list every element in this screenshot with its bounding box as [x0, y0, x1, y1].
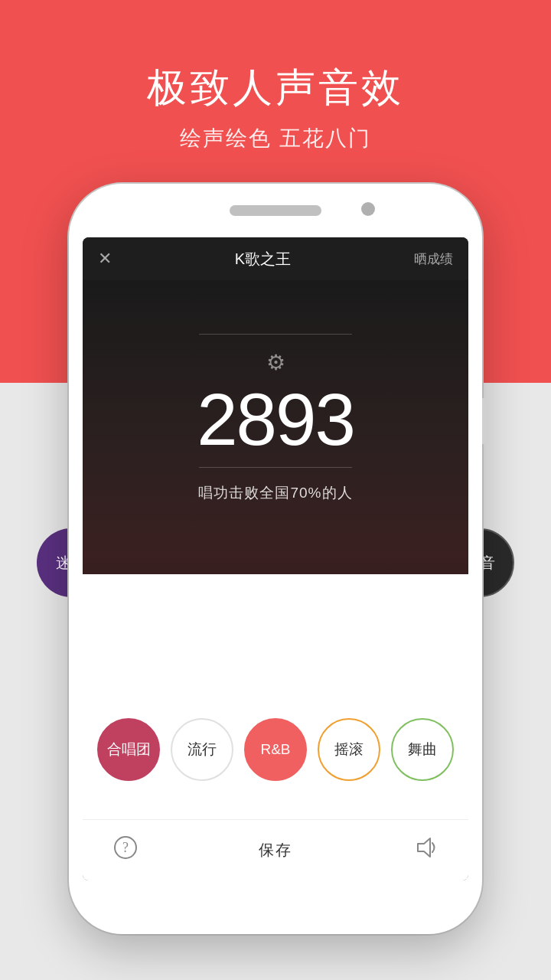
effect-pop-button[interactable]: 流行: [171, 718, 233, 781]
score-number: 2893: [197, 383, 354, 456]
phone-speaker: [230, 205, 321, 216]
phone-side-button: [482, 398, 488, 444]
help-button[interactable]: ?: [113, 835, 138, 865]
score-area: ⚙ 2893 唱功击败全国70%的人: [83, 280, 468, 556]
save-button[interactable]: 保存: [259, 840, 292, 861]
phone-camera: [361, 202, 375, 216]
app-bar: ✕ K歌之王 晒成绩: [83, 237, 468, 280]
header-area: 极致人声音效 绘声绘色 五花八门: [0, 0, 551, 214]
score-description: 唱功击败全国70%的人: [198, 483, 352, 503]
effect-dance-button[interactable]: 舞曲: [391, 718, 454, 781]
phone-screen: ✕ K歌之王 晒成绩 ⚙ 2893 唱功击败全国70%的人 所以我明白在灯火阑珊…: [83, 237, 468, 880]
score-divider-top: [199, 334, 352, 335]
header-subtitle: 绘声绘色 五花八门: [180, 124, 371, 153]
share-button[interactable]: 晒成绩: [414, 250, 453, 268]
score-divider-bottom: [199, 467, 352, 468]
app-title: K歌之王: [235, 249, 291, 270]
svg-marker-102: [418, 838, 430, 857]
effect-chorus-button[interactable]: 合唱团: [97, 718, 160, 781]
bottom-white-area: 合唱团 流行 R&B 摇滚 舞曲 ? 保存: [83, 574, 468, 880]
header-title: 极致人声音效: [147, 61, 404, 115]
bottom-bar: ? 保存: [83, 819, 468, 880]
effect-rock-button[interactable]: 摇滚: [318, 718, 380, 781]
volume-button[interactable]: [413, 835, 438, 865]
trophy-icon: ⚙: [266, 350, 285, 375]
svg-text:?: ?: [122, 840, 129, 855]
effects-row: 合唱团 流行 R&B 摇滚 舞曲: [83, 718, 468, 781]
phone-container: 迷幻 电音 ✕ K歌之王 晒成绩 ⚙ 2893 唱功击败全国70%的人 所以我明…: [69, 184, 482, 934]
close-button[interactable]: ✕: [98, 249, 112, 269]
effect-rnb-button[interactable]: R&B: [244, 718, 307, 781]
